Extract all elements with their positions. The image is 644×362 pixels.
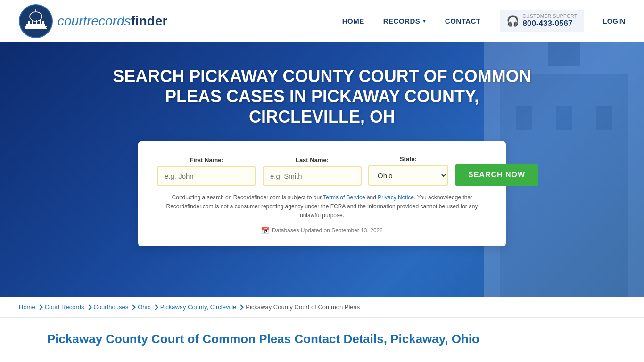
breadcrumb-sep-5 xyxy=(239,304,244,310)
svg-rect-8 xyxy=(40,20,41,24)
breadcrumb-sep-2 xyxy=(86,304,91,310)
breadcrumb-sep-3 xyxy=(131,304,136,310)
state-group: State: Ohio Alabama Alaska Arizona Arkan… xyxy=(368,156,448,186)
breadcrumb-sep-1 xyxy=(37,304,42,310)
svg-rect-5 xyxy=(28,21,30,24)
logo-icon xyxy=(19,4,53,38)
breadcrumb-sep-4 xyxy=(153,304,158,310)
db-updated: 📅 Databases Updated on September 13, 202… xyxy=(157,227,487,234)
svg-rect-11 xyxy=(25,28,47,29)
support-phone: 800-433-0567 xyxy=(523,19,578,28)
svg-rect-3 xyxy=(26,24,45,26)
svg-rect-7 xyxy=(36,20,37,24)
search-fields: First Name: Last Name: State: Ohio Alaba… xyxy=(157,156,487,186)
breadcrumb-courthouses[interactable]: Courthouses xyxy=(94,304,129,311)
search-box: First Name: Last Name: State: Ohio Alaba… xyxy=(138,141,506,247)
breadcrumb-ohio[interactable]: Ohio xyxy=(138,304,150,311)
breadcrumb: Home Court Records Courthouses Ohio Pick… xyxy=(0,297,644,318)
privacy-link[interactable]: Privacy Notice xyxy=(378,194,414,201)
main-content: Pickaway County Court of Common Pleas Co… xyxy=(0,318,644,362)
breadcrumb-home[interactable]: Home xyxy=(19,304,35,311)
last-name-input[interactable] xyxy=(263,166,362,186)
search-disclaimer: Conducting a search on Recordsfinder.com… xyxy=(157,193,487,221)
first-name-label: First Name: xyxy=(157,156,256,164)
svg-rect-4 xyxy=(25,26,47,27)
nav-home[interactable]: HOME xyxy=(342,17,364,25)
svg-rect-9 xyxy=(42,21,44,24)
breadcrumb-pickaway-circleville[interactable]: Pickaway County, Circleville xyxy=(160,304,237,311)
logo[interactable]: courtrecordsfinder xyxy=(19,4,167,38)
tos-link[interactable]: Terms of Service xyxy=(323,194,365,201)
support-label: CUSTOMER SUPPORT xyxy=(523,14,578,19)
breadcrumb-court-records[interactable]: Court Records xyxy=(45,304,84,311)
logo-text: courtrecordsfinder xyxy=(58,14,167,29)
breadcrumb-current: Pickaway County Court of Common Pleas xyxy=(246,304,360,311)
calendar-icon: 📅 xyxy=(261,227,269,234)
divider-top xyxy=(47,361,597,361)
first-name-group: First Name: xyxy=(157,156,256,186)
nav-contact[interactable]: CONTACT xyxy=(445,17,481,25)
search-button[interactable]: SEARCH NOW xyxy=(455,164,538,186)
page-heading: Pickaway County Court of Common Pleas Co… xyxy=(47,332,597,346)
headset-icon: 🎧 xyxy=(506,15,519,27)
main-nav: HOME RECORDS ▾ CONTACT 🎧 CUSTOMER SUPPOR… xyxy=(342,10,625,32)
last-name-label: Last Name: xyxy=(263,156,362,164)
svg-rect-10 xyxy=(25,27,46,28)
state-label: State: xyxy=(368,156,448,163)
hero-title: SEARCH PICKAWAY COUNTY COURT OF COMMON P… xyxy=(110,66,534,127)
state-select[interactable]: Ohio Alabama Alaska Arizona Arkansas Cal… xyxy=(368,165,448,186)
site-header: courtrecordsfinder HOME RECORDS ▾ CONTAC… xyxy=(0,0,644,42)
hero-section: SEARCH PICKAWAY COUNTY COURT OF COMMON P… xyxy=(0,42,644,297)
nav-records[interactable]: RECORDS ▾ xyxy=(383,17,426,25)
support-box[interactable]: 🎧 CUSTOMER SUPPORT 800-433-0567 xyxy=(500,10,584,32)
first-name-input[interactable] xyxy=(157,166,256,186)
login-button[interactable]: LOGIN xyxy=(603,17,626,25)
last-name-group: Last Name: xyxy=(263,156,362,186)
svg-rect-6 xyxy=(32,20,33,24)
